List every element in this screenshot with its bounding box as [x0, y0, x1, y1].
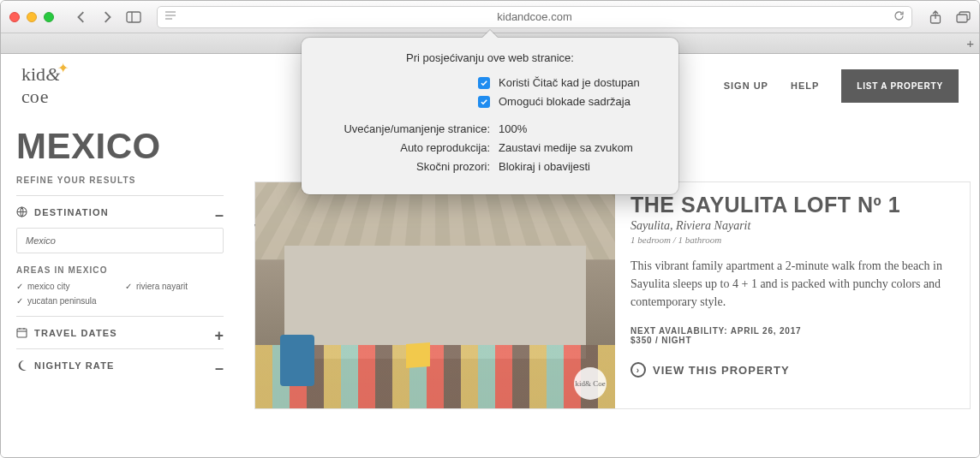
- area-label: yucatan peninsula: [27, 296, 97, 306]
- filter-nightly-rate-label: NIGHTLY RATE: [34, 360, 115, 371]
- page-title: MEXICO: [16, 126, 224, 167]
- destination-input[interactable]: [16, 228, 224, 253]
- popover-title: Pri posjećivanju ove web stranice:: [319, 51, 661, 64]
- property-subtitle: Sayulita, Riviera Nayarit: [630, 219, 954, 233]
- safari-window: kidandcoe.com + kid&coe✦ SIGN UP HELP LI…: [0, 0, 980, 458]
- watermark-logo: kid& Coe: [574, 367, 607, 400]
- popover-autoplay-row[interactable]: Auto reprodukcija: Zaustavi medije sa zv…: [319, 141, 661, 154]
- calendar-icon: [16, 327, 27, 338]
- list-property-button[interactable]: LIST A PROPERTY: [841, 69, 959, 103]
- popover-contentblock-row[interactable]: Omogući blokade sadržaja: [319, 95, 661, 108]
- close-window-button[interactable]: [9, 12, 20, 22]
- tabs-icon[interactable]: [955, 9, 971, 25]
- back-button[interactable]: [69, 8, 93, 27]
- logo-star-icon: ✦: [57, 60, 69, 76]
- popover-reader-label: Koristi Čitač kad je dostupan: [499, 76, 661, 89]
- area-item[interactable]: ✓mexico city: [16, 282, 115, 291]
- reader-icon[interactable]: [164, 10, 176, 23]
- nav-signup[interactable]: SIGN UP: [724, 80, 768, 91]
- share-icon[interactable]: [928, 9, 943, 25]
- refine-label: REFINE YOUR RESULTS: [16, 175, 224, 185]
- popover-zoom-value: 100%: [499, 122, 661, 135]
- filter-travel-dates[interactable]: TRAVEL DATES +: [16, 316, 224, 348]
- website-settings-popover: Pri posjećivanju ove web stranice: Koris…: [302, 38, 678, 194]
- popover-popups-row[interactable]: Skočni prozori: Blokiraj i obavijesti: [319, 160, 661, 173]
- site-logo[interactable]: kid&coe✦: [21, 63, 60, 108]
- nav-buttons: [69, 8, 119, 27]
- property-image[interactable]: kid& Coe: [255, 182, 615, 408]
- check-icon: ✓: [125, 282, 132, 291]
- globe-icon: [16, 206, 27, 217]
- minimize-window-button[interactable]: [27, 12, 37, 22]
- forward-button[interactable]: [95, 8, 119, 27]
- filter-travel-dates-label: TRAVEL DATES: [34, 328, 117, 338]
- areas-list: ✓mexico city ✓riviera nayarit ✓yucatan p…: [16, 282, 224, 306]
- check-icon: ✓: [16, 282, 23, 291]
- area-label: riviera nayarit: [136, 282, 188, 291]
- popover-contentblock-label: Omogući blokade sadržaja: [499, 95, 661, 108]
- popover-popups-label: Skočni prozori:: [319, 160, 499, 173]
- address-bar[interactable]: kidandcoe.com: [157, 6, 912, 28]
- arrow-right-icon: ›: [630, 362, 646, 378]
- svg-rect-0: [127, 12, 140, 22]
- popover-zoom-label: Uvećanje/umanjenje stranice:: [319, 122, 499, 135]
- expand-icon[interactable]: +: [214, 327, 224, 345]
- reload-icon[interactable]: [893, 10, 905, 24]
- checkbox-checked-icon[interactable]: [478, 77, 490, 89]
- popover-zoom-row[interactable]: Uvećanje/umanjenje stranice: 100%: [319, 122, 661, 135]
- popover-popups-value: Blokiraj i obavijesti: [499, 160, 661, 173]
- property-price: $350 / NIGHT: [630, 336, 954, 345]
- nav-help[interactable]: HELP: [791, 80, 819, 91]
- area-item[interactable]: ✓yucatan peninsula: [16, 296, 115, 306]
- popover-autoplay-value: Zaustavi medije sa zvukom: [499, 141, 661, 154]
- area-label: mexico city: [27, 282, 69, 291]
- view-property-link[interactable]: › VIEW THIS PROPERTY: [630, 362, 954, 378]
- popover-reader-row[interactable]: Koristi Čitač kad je dostupan: [319, 76, 661, 89]
- url-text: kidandcoe.com: [497, 10, 571, 23]
- svg-rect-7: [957, 15, 967, 22]
- property-meta: 1 bedroom / 1 bathroom: [630, 235, 954, 245]
- areas-label: AREAS IN MEXICO: [16, 265, 224, 275]
- filter-destination-label: DESTINATION: [34, 207, 109, 217]
- room-illustration: [255, 182, 615, 408]
- sidebar-toggle-icon[interactable]: [126, 9, 141, 25]
- filter-destination: DESTINATION – AREAS IN MEXICO ✓mexico ci…: [16, 195, 224, 316]
- popover-autoplay-label: Auto reprodukcija:: [319, 141, 499, 154]
- moon-icon: [16, 360, 27, 371]
- check-icon: ✓: [16, 296, 23, 306]
- filter-nightly-rate[interactable]: NIGHTLY RATE –: [16, 348, 224, 381]
- sidebar: MEXICO REFINE YOUR RESULTS DESTINATION –…: [1, 117, 239, 457]
- view-property-label: VIEW THIS PROPERTY: [653, 364, 790, 377]
- site-nav-right: SIGN UP HELP LIST A PROPERTY: [724, 69, 959, 103]
- property-card: kid& Coe THE SAYULITA LOFT Nº 1 Sayulita…: [254, 181, 971, 409]
- property-availability: NEXT AVAILABILITY: APRIL 26, 2017: [630, 326, 954, 336]
- new-tab-button[interactable]: +: [966, 36, 974, 51]
- property-body: THE SAYULITA LOFT Nº 1 Sayulita, Riviera…: [615, 182, 970, 408]
- collapse-icon[interactable]: –: [215, 206, 224, 224]
- toolbar-right: [928, 9, 971, 25]
- collapse-icon[interactable]: –: [215, 360, 224, 378]
- area-item[interactable]: ✓riviera nayarit: [125, 282, 224, 291]
- traffic-lights: [9, 12, 54, 22]
- property-description: This vibrant family apartment a 2-minute…: [630, 257, 954, 311]
- titlebar: kidandcoe.com: [1, 1, 979, 33]
- svg-rect-9: [17, 329, 27, 337]
- fullscreen-window-button[interactable]: [44, 12, 54, 22]
- property-title: THE SAYULITA LOFT Nº 1: [630, 193, 954, 217]
- checkbox-checked-icon[interactable]: [478, 96, 490, 108]
